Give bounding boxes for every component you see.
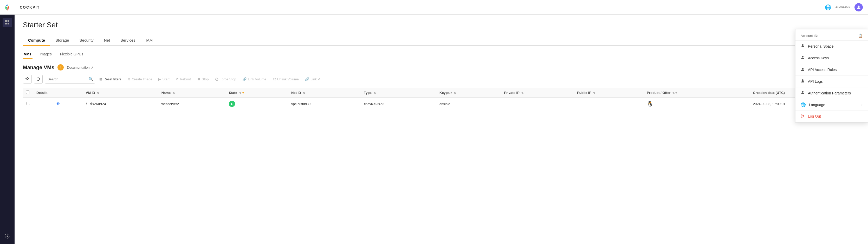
api-logs-icon <box>801 79 805 84</box>
svg-rect-13 <box>26 78 27 79</box>
toolbar: 🔍 ⊟ Reset filters ⊕ Create Image ▶ Start… <box>23 75 860 84</box>
th-vm-id[interactable]: VM ID ⇅ <box>83 88 158 97</box>
svg-rect-9 <box>5 23 7 25</box>
dropdown-personal-space-label: Personal Space <box>808 44 834 49</box>
details-eye-icon[interactable]: 👁 <box>56 101 60 106</box>
tab-bar: Compute Storage Security Net Services IA… <box>23 35 860 46</box>
dropdown-api-logs-label: API Logs <box>808 79 823 84</box>
page-content: Starter Set Compute Storage Security Net… <box>14 14 868 244</box>
reset-filters-button[interactable]: ⊟ Reset filters <box>97 76 124 82</box>
force-stop-icon: ⏻ <box>215 77 218 81</box>
logout-icon <box>801 114 805 119</box>
row-vm-id: i-d3260924 <box>83 97 158 110</box>
dropdown-language[interactable]: 🌐 Language › <box>796 99 868 111</box>
sub-tab-flexible-gpus[interactable]: Flexible GPUs <box>59 50 84 59</box>
dropdown-api-access-rules-label: API Access Rules <box>808 68 837 72</box>
dropdown-logout[interactable]: Log Out <box>796 111 868 122</box>
svg-point-25 <box>802 91 804 93</box>
search-input[interactable] <box>45 76 87 83</box>
sub-tab-vms[interactable]: VMs <box>23 50 32 59</box>
tab-security[interactable]: Security <box>74 35 99 46</box>
stop-icon: ⏹ <box>197 77 200 81</box>
vm-count-badge: 4 <box>58 64 64 70</box>
reboot-icon: ↺ <box>176 77 179 81</box>
dropdown-api-logs[interactable]: API Logs <box>796 76 868 87</box>
svg-rect-15 <box>27 79 28 80</box>
reboot-button[interactable]: ↺ Reboot <box>174 76 193 82</box>
account-id-label: Account ID: <box>801 34 818 38</box>
linux-icon: 🐧 <box>647 101 653 106</box>
svg-marker-1 <box>6 4 8 6</box>
tab-storage[interactable]: Storage <box>50 35 74 46</box>
unlink-volume-button[interactable]: ⛓ Unlink Volume <box>271 76 301 82</box>
dropdown-auth-params[interactable]: Authentication Parameters <box>796 87 868 99</box>
th-checkbox <box>23 88 33 97</box>
sub-tab-images[interactable]: Images <box>39 50 53 59</box>
sidebar-settings-icon[interactable] <box>3 232 12 241</box>
tab-net[interactable]: Net <box>99 35 115 46</box>
select-all-checkbox[interactable] <box>26 91 29 94</box>
svg-point-12 <box>858 5 860 7</box>
unlink-volume-icon: ⛓ <box>273 77 276 81</box>
svg-rect-7 <box>5 20 7 22</box>
row-public-ip <box>574 97 644 110</box>
create-image-button[interactable]: ⊕ Create Image <box>126 76 154 82</box>
row-net-id: vpc-c8ffdd39 <box>288 97 361 110</box>
topology-button[interactable] <box>23 75 32 84</box>
logo <box>0 0 14 14</box>
row-type: tinav6.c2r4p3 <box>361 97 436 110</box>
tab-services[interactable]: Services <box>115 35 141 46</box>
svg-point-22 <box>802 56 804 58</box>
row-private-ip <box>501 97 574 110</box>
globe-icon[interactable]: 🌐 <box>825 4 831 10</box>
dropdown-api-access-rules[interactable]: API Access Rules <box>796 64 868 76</box>
search-wrapper: 🔍 <box>45 75 95 84</box>
filter-icon: ⊟ <box>99 77 102 81</box>
tab-compute[interactable]: Compute <box>23 35 50 46</box>
row-checkbox[interactable] <box>27 102 30 105</box>
account-dropdown: Account ID: 📋 Personal Space Access Keys <box>795 29 868 123</box>
user-avatar[interactable] <box>855 3 863 11</box>
link-volume-button[interactable]: 🔗 Link Volume <box>240 76 268 82</box>
topbar-left: COCKPIT <box>20 5 40 9</box>
vm-table: Details VM ID ⇅ Name ⇅ State ⇅▼ Net ID ⇅… <box>23 88 860 110</box>
create-image-icon: ⊕ <box>128 77 130 81</box>
link-p-icon: 🔗 <box>305 77 309 81</box>
dropdown-header: Account ID: 📋 <box>796 29 868 40</box>
th-private-ip[interactable]: Private IP ⇅ <box>501 88 574 97</box>
row-state: ▶ <box>226 97 288 110</box>
tab-iam[interactable]: IAM <box>141 35 158 46</box>
th-net-id[interactable]: Net ID ⇅ <box>288 88 361 97</box>
dropdown-access-keys[interactable]: Access Keys <box>796 52 868 64</box>
dropdown-personal-space[interactable]: Personal Space <box>796 40 868 52</box>
row-name: webserver2 <box>158 97 226 110</box>
sidebar-grid-icon[interactable] <box>3 18 12 27</box>
force-stop-button[interactable]: ⏻ Force Stop <box>213 76 239 82</box>
documentation-link[interactable]: Documentation ↗ <box>67 66 93 69</box>
table-row: 👁 i-d3260924 webserver2 ▶ vpc-c8ffdd39 t… <box>23 97 860 110</box>
th-keypair[interactable]: Keypair ⇅ <box>436 88 501 97</box>
svg-rect-14 <box>27 77 28 78</box>
th-name[interactable]: Name ⇅ <box>158 88 226 97</box>
copy-icon[interactable]: 📋 <box>858 34 863 38</box>
dropdown-auth-params-label: Authentication Parameters <box>808 91 851 95</box>
dropdown-access-keys-label: Access Keys <box>808 56 829 60</box>
row-details-cell: 👁 <box>33 97 83 110</box>
th-product-offer[interactable]: Product / Offer ⇅▼ <box>644 88 750 97</box>
link-p-button[interactable]: 🔗 Link P <box>303 76 322 82</box>
row-product-offer: 🐧 <box>644 97 750 110</box>
th-public-ip[interactable]: Public IP ⇅ <box>574 88 644 97</box>
chevron-right-icon: › <box>862 103 863 106</box>
th-state[interactable]: State ⇅▼ <box>226 88 288 97</box>
table-header-row: Details VM ID ⇅ Name ⇅ State ⇅▼ Net ID ⇅… <box>23 88 860 97</box>
language-globe-icon: 🌐 <box>801 102 806 107</box>
svg-point-24 <box>802 79 804 81</box>
dropdown-logout-label: Log Out <box>808 114 821 118</box>
region-label: eu-west-2 <box>836 5 850 9</box>
refresh-button[interactable] <box>34 75 43 84</box>
th-type[interactable]: Type ⇅ <box>361 88 436 97</box>
stop-button[interactable]: ⏹ Stop <box>195 76 211 82</box>
start-button[interactable]: ▶ Start <box>156 76 172 82</box>
search-button[interactable]: 🔍 <box>87 75 95 83</box>
svg-point-21 <box>802 44 804 46</box>
